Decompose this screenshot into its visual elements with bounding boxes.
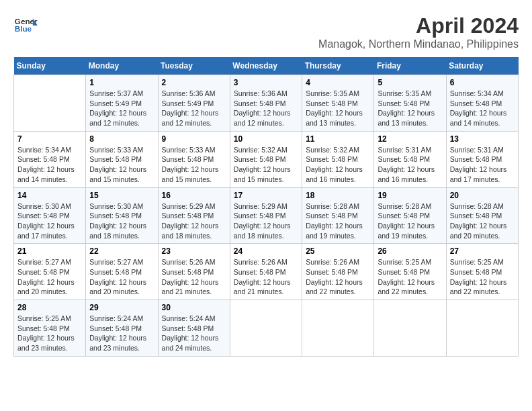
day-number: 10 — [234, 134, 298, 144]
day-detail: Sunrise: 5:24 AM Sunset: 5:48 PM Dayligh… — [162, 314, 226, 353]
day-number: 15 — [89, 191, 154, 200]
day-number: 1 — [89, 78, 154, 87]
day-number: 25 — [306, 246, 370, 256]
day-detail: Sunrise: 5:27 AM Sunset: 5:48 PM Dayligh… — [17, 257, 82, 297]
calendar-cell: 30Sunrise: 5:24 AM Sunset: 5:48 PM Dayli… — [158, 300, 230, 357]
day-number: 23 — [162, 246, 226, 256]
day-number: 22 — [89, 246, 154, 256]
day-number: 6 — [450, 78, 515, 87]
day-detail: Sunrise: 5:26 AM Sunset: 5:48 PM Dayligh… — [234, 257, 298, 297]
day-number: 26 — [378, 246, 442, 256]
calendar-cell — [14, 75, 86, 132]
day-number: 18 — [306, 191, 370, 200]
day-detail: Sunrise: 5:33 AM Sunset: 5:48 PM Dayligh… — [89, 145, 154, 185]
calendar-cell: 10Sunrise: 5:32 AM Sunset: 5:48 PM Dayli… — [230, 131, 302, 187]
day-detail: Sunrise: 5:31 AM Sunset: 5:48 PM Dayligh… — [450, 145, 515, 185]
logo-icon: General Blue — [13, 13, 38, 38]
calendar-cell: 20Sunrise: 5:28 AM Sunset: 5:48 PM Dayli… — [446, 187, 518, 244]
calendar-cell: 6Sunrise: 5:34 AM Sunset: 5:48 PM Daylig… — [446, 75, 518, 132]
day-detail: Sunrise: 5:26 AM Sunset: 5:48 PM Dayligh… — [162, 257, 226, 297]
day-detail: Sunrise: 5:34 AM Sunset: 5:48 PM Dayligh… — [450, 89, 515, 128]
day-detail: Sunrise: 5:25 AM Sunset: 5:48 PM Dayligh… — [17, 314, 82, 353]
day-number: 16 — [162, 191, 226, 200]
day-detail: Sunrise: 5:27 AM Sunset: 5:48 PM Dayligh… — [89, 257, 154, 297]
day-detail: Sunrise: 5:26 AM Sunset: 5:48 PM Dayligh… — [306, 257, 370, 297]
day-number: 8 — [89, 134, 154, 144]
page-subtitle: Managok, Northern Mindanao, Philippines — [318, 38, 519, 50]
calendar-cell: 14Sunrise: 5:30 AM Sunset: 5:48 PM Dayli… — [14, 187, 86, 244]
page-header: General Blue April 2024 Managok, Norther… — [13, 13, 519, 50]
day-number: 14 — [17, 191, 82, 200]
day-number: 7 — [17, 134, 82, 144]
calendar-cell: 13Sunrise: 5:31 AM Sunset: 5:48 PM Dayli… — [446, 131, 518, 187]
day-detail: Sunrise: 5:25 AM Sunset: 5:48 PM Dayligh… — [450, 257, 515, 297]
calendar-cell: 22Sunrise: 5:27 AM Sunset: 5:48 PM Dayli… — [86, 244, 158, 300]
weekday-header-tuesday: Tuesday — [158, 57, 230, 75]
day-detail: Sunrise: 5:35 AM Sunset: 5:48 PM Dayligh… — [306, 89, 370, 128]
day-detail: Sunrise: 5:36 AM Sunset: 5:49 PM Dayligh… — [162, 89, 226, 128]
day-number: 4 — [306, 78, 370, 87]
calendar-cell: 9Sunrise: 5:33 AM Sunset: 5:48 PM Daylig… — [158, 131, 230, 187]
calendar-cell: 8Sunrise: 5:33 AM Sunset: 5:48 PM Daylig… — [86, 131, 158, 187]
day-detail: Sunrise: 5:24 AM Sunset: 5:48 PM Dayligh… — [89, 314, 154, 353]
day-number: 9 — [162, 134, 226, 144]
calendar-cell: 29Sunrise: 5:24 AM Sunset: 5:48 PM Dayli… — [86, 300, 158, 357]
day-number: 5 — [378, 78, 442, 87]
day-number: 21 — [17, 246, 82, 256]
calendar-cell: 26Sunrise: 5:25 AM Sunset: 5:48 PM Dayli… — [374, 244, 446, 300]
day-number: 27 — [450, 246, 515, 256]
day-number: 20 — [450, 191, 515, 200]
day-number: 11 — [306, 134, 370, 144]
day-detail: Sunrise: 5:29 AM Sunset: 5:48 PM Dayligh… — [162, 201, 226, 241]
day-number: 12 — [378, 134, 442, 144]
calendar-cell: 7Sunrise: 5:34 AM Sunset: 5:48 PM Daylig… — [14, 131, 86, 187]
calendar-cell: 27Sunrise: 5:25 AM Sunset: 5:48 PM Dayli… — [446, 244, 518, 300]
day-number: 17 — [234, 191, 298, 200]
day-number: 13 — [450, 134, 515, 144]
day-detail: Sunrise: 5:35 AM Sunset: 5:48 PM Dayligh… — [378, 89, 442, 128]
calendar-cell: 2Sunrise: 5:36 AM Sunset: 5:49 PM Daylig… — [158, 75, 230, 132]
day-detail: Sunrise: 5:28 AM Sunset: 5:48 PM Dayligh… — [306, 201, 370, 241]
calendar-cell: 12Sunrise: 5:31 AM Sunset: 5:48 PM Dayli… — [374, 131, 446, 187]
day-number: 19 — [378, 191, 442, 200]
day-detail: Sunrise: 5:28 AM Sunset: 5:48 PM Dayligh… — [450, 201, 515, 241]
calendar-cell: 11Sunrise: 5:32 AM Sunset: 5:48 PM Dayli… — [302, 131, 374, 187]
day-detail: Sunrise: 5:32 AM Sunset: 5:48 PM Dayligh… — [306, 145, 370, 185]
weekday-header-sunday: Sunday — [14, 57, 86, 75]
calendar-cell: 3Sunrise: 5:36 AM Sunset: 5:48 PM Daylig… — [230, 75, 302, 132]
svg-text:Blue: Blue — [15, 24, 32, 33]
calendar-cell: 5Sunrise: 5:35 AM Sunset: 5:48 PM Daylig… — [374, 75, 446, 132]
day-detail: Sunrise: 5:29 AM Sunset: 5:48 PM Dayligh… — [234, 201, 298, 241]
calendar-cell — [302, 300, 374, 357]
calendar-cell — [374, 300, 446, 357]
day-detail: Sunrise: 5:28 AM Sunset: 5:48 PM Dayligh… — [378, 201, 442, 241]
calendar-table: SundayMondayTuesdayWednesdayThursdayFrid… — [13, 57, 519, 357]
page-title: April 2024 — [318, 13, 519, 38]
day-detail: Sunrise: 5:34 AM Sunset: 5:48 PM Dayligh… — [17, 145, 82, 185]
calendar-cell — [230, 300, 302, 357]
day-detail: Sunrise: 5:37 AM Sunset: 5:49 PM Dayligh… — [89, 89, 154, 128]
day-number: 3 — [234, 78, 298, 87]
calendar-cell: 25Sunrise: 5:26 AM Sunset: 5:48 PM Dayli… — [302, 244, 374, 300]
weekday-header-saturday: Saturday — [446, 57, 518, 75]
calendar-cell: 21Sunrise: 5:27 AM Sunset: 5:48 PM Dayli… — [14, 244, 86, 300]
weekday-header-thursday: Thursday — [302, 57, 374, 75]
day-number: 28 — [17, 303, 82, 312]
day-detail: Sunrise: 5:30 AM Sunset: 5:48 PM Dayligh… — [89, 201, 154, 241]
title-block: April 2024 Managok, Northern Mindanao, P… — [318, 13, 519, 50]
day-detail: Sunrise: 5:25 AM Sunset: 5:48 PM Dayligh… — [378, 257, 442, 297]
calendar-cell: 18Sunrise: 5:28 AM Sunset: 5:48 PM Dayli… — [302, 187, 374, 244]
day-detail: Sunrise: 5:31 AM Sunset: 5:48 PM Dayligh… — [378, 145, 442, 185]
day-number: 30 — [162, 303, 226, 312]
day-number: 2 — [162, 78, 226, 87]
calendar-cell: 23Sunrise: 5:26 AM Sunset: 5:48 PM Dayli… — [158, 244, 230, 300]
calendar-cell: 15Sunrise: 5:30 AM Sunset: 5:48 PM Dayli… — [86, 187, 158, 244]
calendar-cell: 1Sunrise: 5:37 AM Sunset: 5:49 PM Daylig… — [86, 75, 158, 132]
day-number: 24 — [234, 246, 298, 256]
calendar-cell — [446, 300, 518, 357]
day-detail: Sunrise: 5:33 AM Sunset: 5:48 PM Dayligh… — [162, 145, 226, 185]
calendar-cell: 28Sunrise: 5:25 AM Sunset: 5:48 PM Dayli… — [14, 300, 86, 357]
day-detail: Sunrise: 5:32 AM Sunset: 5:48 PM Dayligh… — [234, 145, 298, 185]
weekday-header-monday: Monday — [86, 57, 158, 75]
logo: General Blue — [13, 13, 38, 38]
